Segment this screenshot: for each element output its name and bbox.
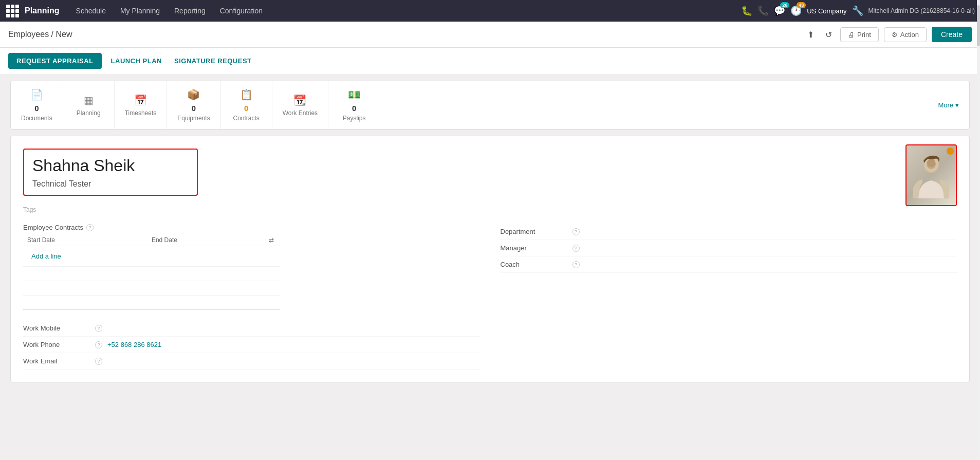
top-navigation: Planning Schedule My Planning Reporting … <box>0 0 980 22</box>
user-label[interactable]: Mitchell Admin DG (21628854-16-0-all) <box>868 7 975 14</box>
smart-btn-contracts[interactable]: 📋 0 Contracts <box>221 81 272 129</box>
documents-count: 0 <box>34 104 39 113</box>
work-phone-row: Work Phone ? +52 868 286 8621 <box>23 337 480 353</box>
chat-badge: 26 <box>780 2 789 8</box>
nav-link-schedule[interactable]: Schedule <box>70 4 112 18</box>
printer-icon: 🖨 <box>848 31 855 39</box>
phone-icon[interactable]: 📞 <box>757 5 769 16</box>
photo-placeholder <box>907 145 956 205</box>
scrollbar[interactable] <box>977 0 980 389</box>
document-icon: 📄 <box>30 88 43 101</box>
employee-name-box[interactable]: Shahna Sheik Technical Tester <box>23 149 198 196</box>
equipments-label: Equipments <box>177 115 210 122</box>
col-end-date: End Date <box>147 234 265 246</box>
reorder-icon: ⇄ <box>269 236 274 244</box>
payslips-icon: 💵 <box>348 88 361 101</box>
equipments-count: 0 <box>192 104 196 113</box>
work-email-help[interactable]: ? <box>95 358 102 365</box>
scrollbar-thumb <box>977 5 980 46</box>
request-appraisal-button[interactable]: REQUEST APPRAISAL <box>8 53 102 69</box>
work-phone-value[interactable]: +52 868 286 8621 <box>107 341 161 348</box>
planning-label: Planning <box>77 109 101 117</box>
smart-btn-workentries[interactable]: 📆 Work Entries <box>272 81 328 129</box>
print-button[interactable]: 🖨 Print <box>840 27 879 42</box>
contracts-header: Employee Contracts ? <box>23 224 480 231</box>
apps-menu-icon[interactable] <box>5 4 20 18</box>
payslips-count: 0 <box>352 104 356 113</box>
workentries-icon: 📆 <box>293 94 306 106</box>
contracts-label: Contracts <box>233 115 259 122</box>
payslips-label: Payslips <box>343 115 366 122</box>
timesheets-icon: 📅 <box>134 94 147 106</box>
nav-right-area: 🐛 📞 💬26 🕐43 US Company 🔧 Mitchell Admin … <box>741 5 975 16</box>
clock-badge: 43 <box>797 2 806 8</box>
print-label: Print <box>857 31 871 39</box>
clock-icon[interactable]: 🕐43 <box>790 5 802 16</box>
col-start-date: Start Date <box>23 234 147 246</box>
manager-help[interactable]: ? <box>572 245 580 252</box>
work-phone-label: Work Phone <box>23 341 90 348</box>
work-mobile-help[interactable]: ? <box>95 325 102 332</box>
chat-icon[interactable]: 💬26 <box>774 5 785 16</box>
create-button[interactable]: Create <box>932 27 972 42</box>
empty-row-1 <box>23 267 280 281</box>
work-mobile-row: Work Mobile ? <box>23 320 480 337</box>
employee-name: Shahna Sheik <box>32 156 189 175</box>
timesheets-label: Timesheets <box>125 109 157 117</box>
action-buttons-row: REQUEST APPRAISAL LAUNCH PLAN SIGNATURE … <box>0 48 980 75</box>
right-column: Department ? Manager ? Coach ? <box>501 224 957 370</box>
gear-icon: ⚙ <box>892 31 898 39</box>
department-help[interactable]: ? <box>572 228 580 235</box>
contracts-icon: 📋 <box>240 88 253 101</box>
action-button[interactable]: ⚙ Action <box>884 27 927 42</box>
smart-btn-equipments[interactable]: 📦 0 Equipments <box>167 81 220 129</box>
more-button[interactable]: More ▾ <box>928 81 969 129</box>
workentries-label: Work Entries <box>283 109 318 117</box>
upload-icon-button[interactable]: ⬆ <box>804 28 817 42</box>
signature-request-button[interactable]: SIGNATURE REQUEST <box>171 53 255 69</box>
coach-help[interactable]: ? <box>572 261 580 268</box>
smart-btn-documents[interactable]: 📄 0 Documents <box>11 81 63 129</box>
settings-wrench-icon[interactable]: 🔧 <box>852 5 863 16</box>
col-actions: ⇄ <box>265 234 280 246</box>
add-line-row: Add a line <box>23 246 280 267</box>
bug-icon[interactable]: 🐛 <box>741 5 752 16</box>
contracts-help-icon[interactable]: ? <box>86 224 94 231</box>
nav-link-myplanning[interactable]: My Planning <box>114 4 166 18</box>
employee-job-title: Technical Tester <box>32 179 189 189</box>
company-label[interactable]: US Company <box>807 7 846 15</box>
empty-row-2 <box>23 281 280 296</box>
toolbar-actions: ⬆ ↺ 🖨 Print ⚙ Action Create <box>804 27 972 42</box>
launch-plan-button[interactable]: LAUNCH PLAN <box>108 53 165 69</box>
department-row: Department ? <box>501 224 957 240</box>
secondary-toolbar: Employees / New ⬆ ↺ 🖨 Print ⚙ Action Cre… <box>0 22 980 48</box>
main-content: 📄 0 Documents ▦ Planning 📅 Timesheets 📦 … <box>0 75 980 389</box>
tags-row: Tags <box>23 206 957 213</box>
add-line-link[interactable]: Add a line <box>27 249 65 263</box>
breadcrumb: Employees / New <box>8 30 72 39</box>
empty-row-3 <box>23 296 280 310</box>
nav-link-reporting[interactable]: Reporting <box>168 4 212 18</box>
coach-row: Coach ? <box>501 256 957 273</box>
action-label: Action <box>900 31 919 39</box>
left-column: Employee Contracts ? Start Date End Date… <box>23 224 480 370</box>
contracts-count: 0 <box>244 104 248 113</box>
manager-row: Manager ? <box>501 240 957 256</box>
work-mobile-label: Work Mobile <box>23 324 90 332</box>
brand-label[interactable]: Planning <box>25 6 60 15</box>
equipments-icon: 📦 <box>187 88 200 101</box>
work-phone-help[interactable]: ? <box>95 341 102 348</box>
smart-btn-planning[interactable]: ▦ Planning <box>63 81 115 129</box>
employee-photo[interactable] <box>905 144 957 206</box>
smart-btn-timesheets[interactable]: 📅 Timesheets <box>115 81 168 129</box>
coach-label: Coach <box>501 261 567 268</box>
smart-btn-payslips[interactable]: 💵 0 Payslips <box>328 81 380 129</box>
refresh-icon-button[interactable]: ↺ <box>822 28 835 42</box>
documents-label: Documents <box>21 115 52 122</box>
department-label: Department <box>501 228 567 235</box>
work-email-label: Work Email <box>23 357 90 365</box>
contracts-table: Start Date End Date ⇄ Add a line <box>23 234 280 310</box>
planning-icon: ▦ <box>84 94 94 106</box>
person-silhouette <box>913 150 949 201</box>
nav-link-configuration[interactable]: Configuration <box>214 4 269 18</box>
